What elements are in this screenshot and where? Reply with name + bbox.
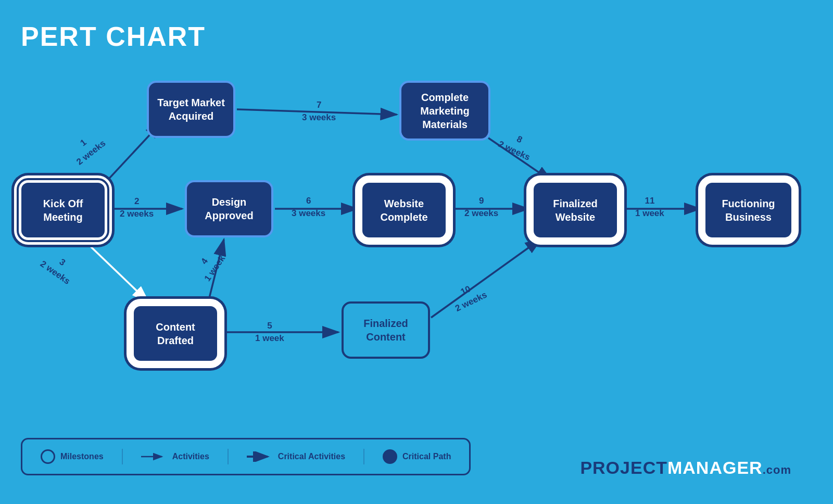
arrow-label-5: 5 1 week — [255, 320, 284, 345]
legend-critical-path-label: Critical Path — [402, 452, 451, 461]
arrow-label-11: 11 1 week — [635, 195, 664, 220]
node-finalized-content-label: FinalizedContent — [363, 317, 408, 344]
milestone-icon — [41, 449, 55, 464]
critical-path-icon — [383, 449, 397, 464]
arrow-label-6: 6 3 weeks — [292, 195, 325, 220]
arrow-3-duration: 2 weeks — [39, 259, 72, 286]
legend-divider-1 — [122, 449, 123, 464]
legend-activities: Activities — [141, 451, 209, 462]
svg-line-4 — [83, 240, 148, 302]
arrow-8-duration: 2 weeks — [497, 139, 532, 162]
node-content-drafted: ContentDrafted — [131, 304, 220, 363]
node-kick-off-meeting: Kick OffMeeting — [19, 180, 107, 240]
arrow-label-10: 10 2 weeks — [448, 278, 489, 314]
arrow-label-7: 7 3 weeks — [302, 99, 336, 124]
arrow-3-number: 3 — [57, 257, 67, 268]
arrow-label-4: 4 1 week — [191, 246, 228, 284]
activity-arrow-icon — [141, 451, 167, 462]
legend-divider-2 — [228, 449, 229, 464]
arrow-label-1: 1 2 weeks — [66, 128, 108, 168]
arrow-label-9: 9 2 weeks — [464, 195, 498, 220]
arrow-9-duration: 2 weeks — [464, 208, 498, 218]
arrow-label-2: 2 2 weeks — [120, 195, 154, 220]
arrow-6-duration: 3 weeks — [292, 208, 325, 218]
arrow-7-number: 7 — [317, 100, 321, 110]
arrow-label-3: 3 2 weeks — [37, 248, 80, 287]
pm-logo: PROJECTMANAGER.com — [580, 458, 791, 478]
arrow-11-duration: 1 week — [635, 208, 664, 218]
pm-logo-project: PROJECT — [580, 458, 667, 478]
legend-milestones-label: Milestones — [60, 452, 104, 461]
arrow-6-number: 6 — [306, 196, 311, 206]
arrow-11-number: 11 — [645, 196, 654, 206]
legend: Milestones Activities Critical Activitie… — [21, 438, 471, 475]
node-content-drafted-label: ContentDrafted — [156, 320, 195, 347]
arrow-5-duration: 1 week — [255, 333, 284, 343]
arrow-2-duration: 2 weeks — [120, 209, 154, 219]
node-complete-marketing: CompleteMarketingMaterials — [399, 81, 490, 141]
pm-logo-com: .com — [763, 463, 791, 477]
node-design-approved-label: DesignApproved — [205, 195, 253, 222]
node-finalized-website-label: FinalizedWebsite — [553, 197, 598, 224]
legend-milestones: Milestones — [41, 449, 104, 464]
legend-critical-path: Critical Path — [383, 449, 451, 464]
legend-activities-label: Activities — [172, 452, 209, 461]
node-functioning-business: FuctioningBusiness — [703, 180, 794, 240]
legend-critical-activities: Critical Activities — [247, 451, 345, 462]
node-design-approved: DesignApproved — [185, 180, 273, 237]
node-website-complete: WebsiteComplete — [360, 180, 448, 240]
node-target-market: Target MarketAcquired — [147, 81, 235, 138]
svg-line-11 — [431, 238, 541, 318]
arrow-2-number: 2 — [134, 196, 139, 206]
arrow-10-number: 10 — [459, 284, 472, 297]
arrow-4-duration: 1 week — [203, 254, 228, 283]
legend-critical-activities-label: Critical Activities — [278, 452, 345, 461]
node-finalized-website: FinalizedWebsite — [531, 180, 620, 240]
arrow-1-number: 1 — [78, 137, 88, 148]
arrow-7-duration: 3 weeks — [302, 112, 336, 122]
critical-activity-arrow-icon — [247, 451, 273, 462]
page-title: PERT CHART — [21, 21, 206, 52]
arrow-4-number: 4 — [199, 256, 210, 266]
node-website-complete-label: WebsiteComplete — [380, 197, 427, 224]
node-finalized-content: FinalizedContent — [342, 301, 430, 359]
pm-logo-manager: MANAGER — [667, 458, 763, 478]
node-target-market-label: Target MarketAcquired — [157, 96, 225, 123]
node-kick-off-label: Kick OffMeeting — [43, 197, 83, 224]
legend-divider-3 — [363, 449, 364, 464]
arrow-label-8: 8 2 weeks — [496, 127, 537, 163]
arrow-5-number: 5 — [267, 321, 272, 331]
arrow-8-number: 8 — [515, 134, 524, 145]
node-complete-marketing-label: CompleteMarketingMaterials — [420, 91, 469, 131]
arrow-9-number: 9 — [479, 196, 484, 206]
node-functioning-business-label: FuctioningBusiness — [722, 197, 775, 224]
